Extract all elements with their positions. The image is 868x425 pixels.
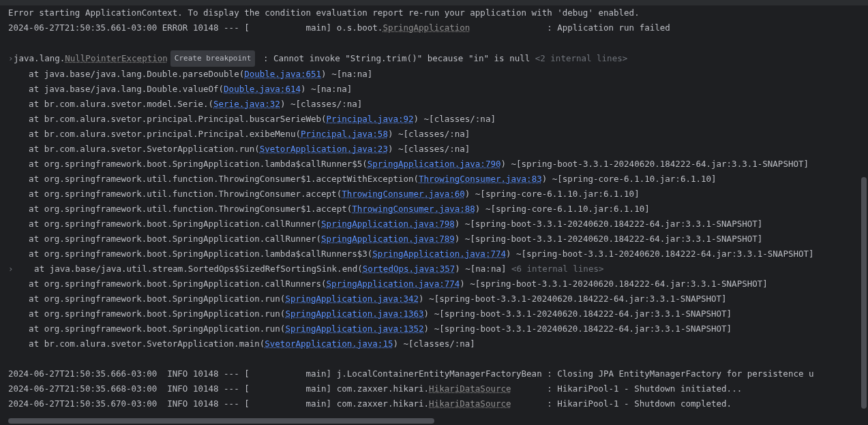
- log-line-empty: [8, 35, 868, 50]
- stack-suffix: ) ~[classes/:na]: [414, 114, 496, 124]
- stack-prefix: at br.com.alura.svetor.SvetorApplication…: [8, 144, 260, 154]
- exception-line: ›java.lang.NullPointerExceptionCreate br…: [8, 50, 868, 67]
- log-prefix: 2024-06-27T21:50:35.661-03:00 ERROR 1014…: [8, 22, 383, 33]
- stack-suffix: ) ~[spring-boot-3.3.1-20240620.184222-64…: [455, 234, 763, 244]
- source-link[interactable]: SpringApplication.java:789: [321, 234, 455, 244]
- stack-suffix: ) ~[spring-boot-3.3.1-20240620.184222-64…: [455, 219, 763, 229]
- panel-top-border: [0, 0, 868, 5]
- source-link[interactable]: SortedOps.java:357: [363, 264, 455, 274]
- stack-frame: at br.com.alura.svetor.principal.Princip…: [8, 112, 868, 127]
- log-line: 2024-06-27T21:50:35.670-03:00 INFO 10148…: [8, 396, 868, 411]
- stack-prefix: at org.springframework.util.function.Thr…: [8, 174, 419, 184]
- stack-frame: at java.base/java.lang.Double.parseDoubl…: [8, 67, 868, 82]
- stack-suffix: ) ~[spring-boot-3.3.1-20240620.184222-64…: [506, 249, 814, 259]
- source-link[interactable]: ThrowingConsumer.java:83: [419, 174, 542, 184]
- stack-suffix: ) ~[na:na]: [321, 69, 372, 79]
- source-link[interactable]: Double.java:614: [224, 84, 301, 94]
- log-line: 2024-06-27T21:50:35.668-03:00 INFO 10148…: [8, 381, 868, 396]
- stack-suffix: ) ~[classes/:na]: [393, 339, 475, 349]
- stack-suffix: ) ~[spring-boot-3.3.1-20240620.184222-64…: [419, 294, 727, 304]
- stack-frame: › at java.base/java.util.stream.SortedOp…: [8, 262, 868, 277]
- error-msg: Error starting ApplicationContext. To di…: [8, 7, 640, 18]
- source-link[interactable]: SvetorApplication.java:23: [260, 144, 388, 154]
- source-link[interactable]: Principal.java:58: [301, 129, 388, 139]
- source-link[interactable]: SpringApplication.java:342: [285, 294, 419, 304]
- stack-prefix: at br.com.alura.svetor.SvetorApplication…: [8, 339, 265, 349]
- stack-suffix: ) ~[spring-core-6.1.10.jar:6.1.10]: [475, 204, 650, 214]
- stack-suffix: ) ~[spring-boot-3.3.1-20240620.184222-64…: [500, 159, 809, 169]
- expand-arrow-icon[interactable]: ›: [8, 262, 14, 277]
- stack-suffix: ) ~[na:na]: [455, 264, 511, 274]
- log-prefix: 2024-06-27T21:50:35.668-03:00 INFO 10148…: [8, 383, 429, 394]
- stack-prefix: at org.springframework.boot.SpringApplic…: [8, 219, 321, 229]
- stack-suffix: ) ~[classes/:na]: [388, 129, 470, 139]
- source-link[interactable]: Double.java:651: [244, 69, 321, 79]
- stack-frame: at org.springframework.boot.SpringApplic…: [8, 217, 868, 232]
- expand-arrow-icon[interactable]: ›: [8, 51, 14, 66]
- stack-suffix: ) ~[classes/:na]: [388, 144, 470, 154]
- stack-prefix: at java.base/java.util.stream.SortedOps$…: [14, 264, 363, 274]
- stack-prefix: at org.springframework.util.function.Thr…: [8, 204, 352, 214]
- log-msg: : Application run failed: [470, 22, 670, 33]
- log-prefix: 2024-06-27T21:50:35.670-03:00 INFO 10148…: [8, 398, 429, 409]
- stack-frame: at org.springframework.boot.SpringApplic…: [8, 292, 868, 306]
- stack-frame: at org.springframework.util.function.Thr…: [8, 187, 868, 202]
- source-link[interactable]: ThrowingConsumer.java:88: [352, 204, 475, 214]
- stack-prefix: at br.com.alura.svetor.principal.Princip…: [8, 114, 327, 124]
- stack-frame: at br.com.alura.svetor.SvetorApplication…: [8, 142, 868, 157]
- stack-suffix: ) ~[spring-boot-3.3.1-20240620.184222-64…: [460, 279, 768, 289]
- stack-suffix: ) ~[spring-core-6.1.10.jar:6.1.10]: [542, 174, 717, 184]
- stack-frame: at br.com.alura.svetor.principal.Princip…: [8, 127, 868, 142]
- stack-frame: at org.springframework.boot.SpringApplic…: [8, 232, 868, 247]
- stack-prefix: at org.springframework.boot.SpringApplic…: [8, 309, 285, 319]
- source-link[interactable]: ThrowingConsumer.java:60: [342, 189, 465, 199]
- console-output[interactable]: Error starting ApplicationContext. To di…: [0, 5, 868, 425]
- internal-lines-hint[interactable]: <2 internal lines>: [535, 53, 627, 63]
- source-link[interactable]: SpringApplication.java:798: [321, 219, 455, 229]
- exception-msg: : Cannot invoke "String.trim()" because …: [258, 53, 535, 63]
- stack-suffix: ) ~[na:na]: [301, 84, 352, 94]
- stack-frame: at org.springframework.boot.SpringApplic…: [8, 277, 868, 292]
- source-link[interactable]: SpringApplication.java:774: [372, 249, 506, 259]
- stack-prefix: at br.com.alura.svetor.model.Serie.(: [8, 99, 213, 109]
- stack-frame: at java.base/java.lang.Double.valueOf(Do…: [8, 82, 868, 97]
- stack-prefix: at org.springframework.boot.SpringApplic…: [8, 249, 372, 259]
- stack-frame: at org.springframework.util.function.Thr…: [8, 202, 868, 217]
- stack-prefix: at org.springframework.boot.SpringApplic…: [8, 234, 321, 244]
- source-link[interactable]: SpringApplication.java:774: [327, 279, 460, 289]
- stack-frame: at org.springframework.boot.SpringApplic…: [8, 157, 868, 172]
- source-link[interactable]: Serie.java:32: [213, 99, 280, 109]
- log-prefix: 2024-06-27T21:50:35.666-03:00 INFO 10148…: [8, 368, 814, 379]
- stack-prefix: at org.springframework.boot.SpringApplic…: [8, 159, 368, 169]
- log-line: Error starting ApplicationContext. To di…: [8, 5, 868, 20]
- class-link[interactable]: HikariDataSource: [429, 383, 511, 394]
- source-link[interactable]: SvetorApplication.java:15: [265, 339, 393, 349]
- log-msg: : HikariPool-1 - Shutdown initiated...: [511, 383, 743, 394]
- internal-lines-hint[interactable]: <6 internal lines>: [511, 264, 603, 274]
- stack-suffix: ) ~[classes/:na]: [280, 99, 362, 109]
- stack-suffix: ) ~[spring-core-6.1.10.jar:6.1.10]: [465, 189, 640, 199]
- stack-prefix: at org.springframework.boot.SpringApplic…: [8, 279, 327, 289]
- vertical-scrollbar[interactable]: [861, 177, 867, 409]
- exception-type-link[interactable]: NullPointerException: [65, 53, 168, 63]
- stack-frame: at br.com.alura.svetor.model.Serie.(Seri…: [8, 97, 868, 112]
- stack-frame: at org.springframework.util.function.Thr…: [8, 172, 868, 187]
- stack-suffix: ) ~[spring-boot-3.3.1-20240620.184222-64…: [424, 324, 732, 334]
- stack-frame: at org.springframework.boot.SpringApplic…: [8, 247, 868, 262]
- class-link[interactable]: HikariDataSource: [429, 398, 511, 409]
- stack-prefix: at java.base/java.lang.Double.valueOf(: [8, 84, 224, 94]
- log-line: 2024-06-27T21:50:35.661-03:00 ERROR 1014…: [8, 20, 868, 35]
- create-breakpoint-button[interactable]: Create breakpoint: [170, 50, 256, 67]
- source-link[interactable]: SpringApplication.java:1363: [285, 309, 423, 319]
- horizontal-scrollbar[interactable]: [8, 418, 434, 424]
- source-link[interactable]: SpringApplication.java:1352: [285, 324, 423, 334]
- stack-prefix: at org.springframework.util.function.Thr…: [8, 189, 342, 199]
- log-line: 2024-06-27T21:50:35.666-03:00 INFO 10148…: [8, 366, 868, 381]
- spring-app-link[interactable]: SpringApplication: [383, 22, 470, 33]
- exception-prefix: java.lang.: [14, 53, 65, 63]
- source-link[interactable]: Principal.java:92: [327, 114, 414, 124]
- log-line-empty: [8, 351, 868, 366]
- source-link[interactable]: SpringApplication.java:790: [368, 159, 501, 169]
- stack-frame: at org.springframework.boot.SpringApplic…: [8, 321, 868, 336]
- log-msg: : HikariPool-1 - Shutdown completed.: [511, 398, 732, 409]
